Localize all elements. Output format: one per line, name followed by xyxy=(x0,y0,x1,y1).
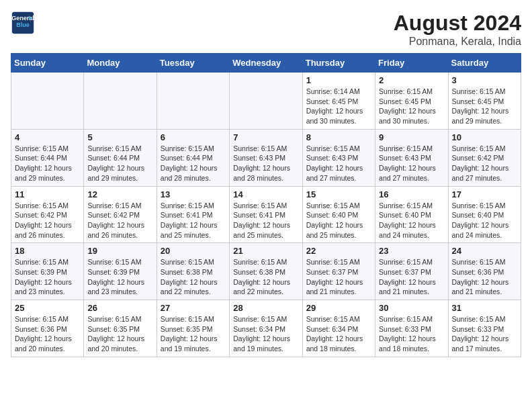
day-number: 4 xyxy=(15,132,80,142)
day-info: Sunrise: 6:15 AM Sunset: 6:37 PM Dayligh… xyxy=(306,257,371,297)
day-info: Sunrise: 6:15 AM Sunset: 6:44 PM Dayligh… xyxy=(15,144,80,183)
calendar-cell xyxy=(11,73,84,130)
day-number: 7 xyxy=(233,132,298,142)
day-info: Sunrise: 6:15 AM Sunset: 6:41 PM Dayligh… xyxy=(233,201,298,240)
calendar-cell: 2Sunrise: 6:15 AM Sunset: 6:45 PM Daylig… xyxy=(375,73,448,130)
weekday-header-sunday: Sunday xyxy=(11,54,84,73)
day-number: 25 xyxy=(15,303,80,313)
day-number: 31 xyxy=(452,303,517,313)
weekday-header-saturday: Saturday xyxy=(448,54,521,73)
weekday-header-tuesday: Tuesday xyxy=(157,54,229,73)
calendar-cell xyxy=(157,73,229,130)
day-number: 12 xyxy=(87,189,152,199)
day-info: Sunrise: 6:15 AM Sunset: 6:44 PM Dayligh… xyxy=(161,144,226,183)
day-info: Sunrise: 6:15 AM Sunset: 6:40 PM Dayligh… xyxy=(452,201,517,240)
svg-text:Blue: Blue xyxy=(16,21,30,28)
day-info: Sunrise: 6:15 AM Sunset: 6:38 PM Dayligh… xyxy=(233,257,298,297)
day-number: 15 xyxy=(306,189,371,199)
day-number: 1 xyxy=(306,75,371,85)
calendar-week-0: 1Sunrise: 6:14 AM Sunset: 6:45 PM Daylig… xyxy=(11,73,521,130)
calendar-cell xyxy=(230,73,302,130)
calendar-cell: 18Sunrise: 6:15 AM Sunset: 6:39 PM Dayli… xyxy=(11,243,84,300)
page-title: August 2024 xyxy=(394,11,521,36)
day-number: 8 xyxy=(306,132,371,142)
page-header: General Blue August 2024 Ponmana, Kerala… xyxy=(11,11,521,48)
day-info: Sunrise: 6:15 AM Sunset: 6:42 PM Dayligh… xyxy=(87,201,152,240)
day-info: Sunrise: 6:14 AM Sunset: 6:45 PM Dayligh… xyxy=(306,87,371,126)
day-number: 2 xyxy=(379,75,444,85)
day-number: 18 xyxy=(15,246,80,256)
calendar-cell: 28Sunrise: 6:15 AM Sunset: 6:34 PM Dayli… xyxy=(230,300,302,357)
day-info: Sunrise: 6:15 AM Sunset: 6:45 PM Dayligh… xyxy=(452,87,517,126)
day-info: Sunrise: 6:15 AM Sunset: 6:36 PM Dayligh… xyxy=(452,257,517,297)
calendar-cell: 21Sunrise: 6:15 AM Sunset: 6:38 PM Dayli… xyxy=(230,243,302,300)
calendar-cell: 9Sunrise: 6:15 AM Sunset: 6:43 PM Daylig… xyxy=(375,129,448,186)
day-number: 23 xyxy=(379,246,444,256)
day-number: 29 xyxy=(306,303,371,313)
day-info: Sunrise: 6:15 AM Sunset: 6:39 PM Dayligh… xyxy=(87,257,152,297)
day-number: 9 xyxy=(379,132,444,142)
day-number: 27 xyxy=(161,303,226,313)
day-number: 28 xyxy=(233,303,298,313)
page-subtitle: Ponmana, Kerala, India xyxy=(394,36,521,48)
day-info: Sunrise: 6:15 AM Sunset: 6:45 PM Dayligh… xyxy=(379,87,444,126)
day-number: 17 xyxy=(452,189,517,199)
calendar-cell: 22Sunrise: 6:15 AM Sunset: 6:37 PM Dayli… xyxy=(302,243,375,300)
calendar-cell: 14Sunrise: 6:15 AM Sunset: 6:41 PM Dayli… xyxy=(230,186,302,243)
calendar-cell: 26Sunrise: 6:15 AM Sunset: 6:35 PM Dayli… xyxy=(84,300,157,357)
day-info: Sunrise: 6:15 AM Sunset: 6:42 PM Dayligh… xyxy=(452,144,517,183)
day-info: Sunrise: 6:15 AM Sunset: 6:40 PM Dayligh… xyxy=(306,201,371,240)
calendar-cell: 7Sunrise: 6:15 AM Sunset: 6:43 PM Daylig… xyxy=(230,129,302,186)
calendar-cell: 10Sunrise: 6:15 AM Sunset: 6:42 PM Dayli… xyxy=(448,129,521,186)
day-info: Sunrise: 6:15 AM Sunset: 6:34 PM Dayligh… xyxy=(233,314,298,354)
day-number: 14 xyxy=(233,189,298,199)
calendar-header: SundayMondayTuesdayWednesdayThursdayFrid… xyxy=(11,54,521,73)
day-number: 10 xyxy=(452,132,517,142)
day-number: 19 xyxy=(87,246,152,256)
day-number: 11 xyxy=(15,189,80,199)
calendar-cell: 31Sunrise: 6:15 AM Sunset: 6:33 PM Dayli… xyxy=(448,300,521,357)
calendar-cell: 25Sunrise: 6:15 AM Sunset: 6:36 PM Dayli… xyxy=(11,300,84,357)
day-number: 26 xyxy=(87,303,152,313)
calendar-cell: 23Sunrise: 6:15 AM Sunset: 6:37 PM Dayli… xyxy=(375,243,448,300)
day-number: 30 xyxy=(379,303,444,313)
day-number: 13 xyxy=(161,189,226,199)
calendar-week-2: 11Sunrise: 6:15 AM Sunset: 6:42 PM Dayli… xyxy=(11,186,521,243)
day-number: 16 xyxy=(379,189,444,199)
weekday-header-thursday: Thursday xyxy=(302,54,375,73)
weekday-header-friday: Friday xyxy=(375,54,448,73)
calendar-cell: 3Sunrise: 6:15 AM Sunset: 6:45 PM Daylig… xyxy=(448,73,521,130)
day-info: Sunrise: 6:15 AM Sunset: 6:44 PM Dayligh… xyxy=(87,144,152,183)
day-info: Sunrise: 6:15 AM Sunset: 6:40 PM Dayligh… xyxy=(379,201,444,240)
calendar-cell: 29Sunrise: 6:15 AM Sunset: 6:34 PM Dayli… xyxy=(302,300,375,357)
calendar-week-3: 18Sunrise: 6:15 AM Sunset: 6:39 PM Dayli… xyxy=(11,243,521,300)
calendar-table: SundayMondayTuesdayWednesdayThursdayFrid… xyxy=(11,53,521,357)
calendar-cell: 20Sunrise: 6:15 AM Sunset: 6:38 PM Dayli… xyxy=(157,243,229,300)
day-info: Sunrise: 6:15 AM Sunset: 6:41 PM Dayligh… xyxy=(161,201,226,240)
calendar-cell: 13Sunrise: 6:15 AM Sunset: 6:41 PM Dayli… xyxy=(157,186,229,243)
calendar-cell xyxy=(84,73,157,130)
calendar-cell: 30Sunrise: 6:15 AM Sunset: 6:33 PM Dayli… xyxy=(375,300,448,357)
calendar-cell: 8Sunrise: 6:15 AM Sunset: 6:43 PM Daylig… xyxy=(302,129,375,186)
day-info: Sunrise: 6:15 AM Sunset: 6:43 PM Dayligh… xyxy=(306,144,371,183)
day-number: 22 xyxy=(306,246,371,256)
day-info: Sunrise: 6:15 AM Sunset: 6:35 PM Dayligh… xyxy=(161,314,226,354)
calendar-body: 1Sunrise: 6:14 AM Sunset: 6:45 PM Daylig… xyxy=(11,73,521,357)
day-info: Sunrise: 6:15 AM Sunset: 6:36 PM Dayligh… xyxy=(15,314,80,354)
calendar-cell: 1Sunrise: 6:14 AM Sunset: 6:45 PM Daylig… xyxy=(302,73,375,130)
day-number: 3 xyxy=(452,75,517,85)
calendar-cell: 19Sunrise: 6:15 AM Sunset: 6:39 PM Dayli… xyxy=(84,243,157,300)
calendar-cell: 6Sunrise: 6:15 AM Sunset: 6:44 PM Daylig… xyxy=(157,129,229,186)
day-info: Sunrise: 6:15 AM Sunset: 6:43 PM Dayligh… xyxy=(233,144,298,183)
day-info: Sunrise: 6:15 AM Sunset: 6:34 PM Dayligh… xyxy=(306,314,371,354)
calendar-cell: 24Sunrise: 6:15 AM Sunset: 6:36 PM Dayli… xyxy=(448,243,521,300)
calendar-cell: 5Sunrise: 6:15 AM Sunset: 6:44 PM Daylig… xyxy=(84,129,157,186)
day-number: 21 xyxy=(233,246,298,256)
weekday-row: SundayMondayTuesdayWednesdayThursdayFrid… xyxy=(11,54,521,73)
day-info: Sunrise: 6:15 AM Sunset: 6:33 PM Dayligh… xyxy=(452,314,517,354)
calendar-week-1: 4Sunrise: 6:15 AM Sunset: 6:44 PM Daylig… xyxy=(11,129,521,186)
calendar-cell: 15Sunrise: 6:15 AM Sunset: 6:40 PM Dayli… xyxy=(302,186,375,243)
logo: General Blue xyxy=(11,11,35,35)
title-block: August 2024 Ponmana, Kerala, India xyxy=(394,11,521,48)
calendar-cell: 12Sunrise: 6:15 AM Sunset: 6:42 PM Dayli… xyxy=(84,186,157,243)
